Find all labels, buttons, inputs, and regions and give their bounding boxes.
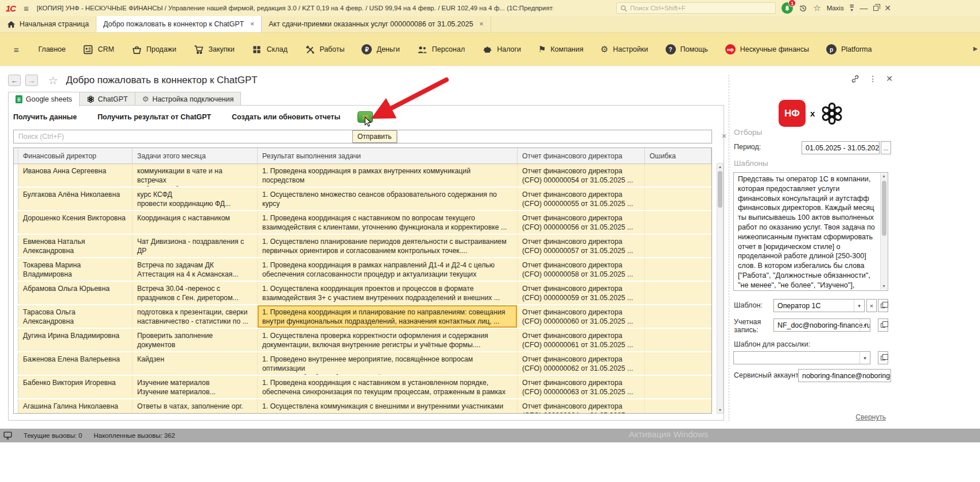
cell-error[interactable] bbox=[645, 235, 711, 257]
close-tab-icon[interactable]: × bbox=[480, 20, 484, 28]
cell-tasks[interactable]: курс КСФД провести координацию ФД... bbox=[133, 188, 258, 210]
restore-button[interactable] bbox=[873, 6, 878, 11]
cell-error[interactable] bbox=[645, 282, 711, 304]
cell-error[interactable] bbox=[645, 188, 711, 210]
ribbon-item-purchases[interactable]: Закупки bbox=[193, 44, 235, 55]
ribbon-item-noboring-finance[interactable]: нф Нескучные финансы bbox=[725, 44, 809, 55]
ribbon-item-crm[interactable]: CRM bbox=[83, 44, 114, 55]
cell-result[interactable]: 1. Проведена координация в рамках внутре… bbox=[258, 164, 518, 186]
tab-act-document[interactable]: Акт сдачи-приемки оказанных услуг 000000… bbox=[262, 16, 491, 32]
table-row[interactable]: Токарева Марина Владимировна Встреча по … bbox=[14, 258, 711, 282]
cell-error[interactable] bbox=[645, 164, 711, 186]
cell-director[interactable]: Бабенко Виктория Игоревна bbox=[18, 376, 133, 398]
cell-result[interactable]: 1. Осуществлена коммуникация с внешними … bbox=[258, 399, 518, 413]
table-row[interactable]: Дорошенко Ксения Викторовна Координация … bbox=[14, 211, 711, 235]
cell-tasks[interactable]: Координация с наставником bbox=[133, 211, 258, 234]
cell-report[interactable]: Отчет финансового директора (CFO) 000000… bbox=[518, 399, 645, 413]
table-row[interactable]: Бабенко Виктория Игоревна Изучение матер… bbox=[14, 376, 711, 399]
clear-search-icon[interactable]: ✕ bbox=[720, 131, 729, 141]
ribbon-item-taxes[interactable]: Налоги bbox=[482, 44, 521, 55]
cell-result[interactable]: 1. Проведена координация с наставником в… bbox=[258, 376, 518, 398]
create-update-reports-button[interactable]: Создать или обновить отчеты bbox=[232, 113, 340, 121]
ribbon-item-money[interactable]: ₽ Деньги bbox=[361, 44, 399, 55]
send-button[interactable]: ✉ bbox=[357, 111, 373, 123]
cell-report[interactable]: Отчет финансового директора (CFO) 000000… bbox=[518, 188, 645, 210]
cell-director[interactable]: Агашина Галина Николаевна bbox=[18, 399, 133, 413]
table-row[interactable]: Агашина Галина Николаевна Ответы в чатах… bbox=[14, 399, 711, 413]
scrollbar-thumb[interactable] bbox=[882, 181, 886, 236]
cell-result[interactable]: 1. Осуществлено множество сеансов образо… bbox=[258, 188, 518, 210]
tab-home[interactable]: Начальная страница bbox=[0, 16, 96, 32]
ribbon-scroll-right-icon[interactable]: ▶ bbox=[973, 45, 978, 52]
column-header-report[interactable]: Отчет финансового директора bbox=[518, 148, 645, 164]
cell-result[interactable]: 1. Осуществлено планирование периодов де… bbox=[258, 235, 518, 257]
cell-error[interactable] bbox=[645, 329, 711, 351]
cell-error[interactable] bbox=[645, 352, 711, 375]
cell-tasks[interactable]: Проверить заполнение документов за апрел… bbox=[133, 329, 258, 351]
ribbon-item-warehouse[interactable]: Склад bbox=[252, 44, 287, 55]
get-chatgpt-result-button[interactable]: Получить результат от ChatGPT bbox=[98, 113, 211, 121]
cell-tasks[interactable]: Встреча 30.04 -перенос с праздников с Ге… bbox=[133, 282, 258, 304]
cell-report[interactable]: Отчет финансового директора (CFO) 000000… bbox=[518, 305, 645, 328]
cell-report[interactable]: Отчет финансового директора (CFO) 000000… bbox=[518, 282, 645, 304]
main-menu-burger-icon[interactable]: ≡ bbox=[21, 3, 31, 13]
table-row[interactable]: Тарасова Ольга Александровна подготовка … bbox=[14, 305, 711, 329]
column-header-result[interactable]: Результат выполнения задачи bbox=[258, 148, 518, 164]
cell-report[interactable]: Отчет финансового директора (CFO) 000000… bbox=[518, 352, 645, 375]
cell-error[interactable] bbox=[645, 376, 711, 398]
template-select[interactable]: Оператор 1С ▾ bbox=[773, 299, 865, 312]
ribbon-item-company[interactable]: ⚑ Компания bbox=[538, 44, 584, 55]
cell-tasks[interactable]: Ответы в чатах, заполнение орг. bbox=[133, 399, 258, 413]
tab-google-sheets[interactable]: Google sheets bbox=[8, 92, 80, 107]
mailing-template-select[interactable]: ▾ bbox=[733, 351, 870, 364]
collapse-link[interactable]: Свернуть bbox=[855, 413, 886, 421]
cell-tasks[interactable]: Изучение материалов Изучение материалов.… bbox=[133, 376, 258, 398]
notifications-bell-icon[interactable]: 1 bbox=[781, 2, 793, 14]
service-account-field[interactable]: noboring-finance@noboring-fi bbox=[798, 369, 891, 382]
table-row[interactable]: Булгакова Алёна Николаевна курс КСФД про… bbox=[14, 188, 711, 211]
ribbon-item-platforma[interactable]: p Platforma bbox=[826, 44, 872, 55]
cell-result[interactable]: 1. Проведена координация в рамках направ… bbox=[258, 258, 518, 281]
history-icon[interactable] bbox=[799, 4, 807, 13]
column-header-director[interactable]: Финансовый директор bbox=[18, 148, 133, 164]
global-search-box[interactable] bbox=[616, 2, 776, 14]
column-header-error[interactable]: Ошибка bbox=[645, 148, 711, 164]
scrollbar-thumb[interactable] bbox=[718, 171, 722, 208]
scroll-up-icon[interactable]: ▲ bbox=[717, 164, 723, 170]
cell-error[interactable] bbox=[645, 305, 711, 328]
cell-report[interactable]: Отчет финансового директора (CFO) 000000… bbox=[518, 211, 645, 234]
ribbon-item-main[interactable]: Главное bbox=[38, 45, 66, 53]
forward-button[interactable]: → bbox=[25, 75, 38, 86]
mailing-open-button[interactable] bbox=[878, 351, 888, 364]
favorite-page-star-icon[interactable]: ☆ bbox=[48, 74, 58, 87]
cell-error[interactable] bbox=[645, 211, 711, 234]
table-row[interactable]: Баженова Елена Валерьевна Кайдзен 1. Про… bbox=[14, 352, 711, 376]
ribbon-item-works[interactable]: Работы bbox=[305, 44, 344, 55]
cell-tasks[interactable]: подготовка к презентации, сверки наставн… bbox=[133, 305, 258, 328]
cell-result[interactable]: 1. Проведено внутреннее мероприятие, пос… bbox=[258, 352, 518, 375]
ribbon-item-staff[interactable]: Персонал bbox=[417, 44, 465, 55]
user-menu-button[interactable]: ≡ ▾ bbox=[850, 4, 854, 12]
cell-director[interactable]: Евменова Наталья Александровна bbox=[18, 235, 133, 257]
ribbon-item-help[interactable]: ? Помощь bbox=[666, 44, 708, 55]
period-picker-button[interactable]: ... bbox=[881, 141, 891, 154]
textarea-scrollbar[interactable]: ▲ ▼ bbox=[880, 173, 887, 290]
minimize-button[interactable]: — bbox=[860, 3, 868, 13]
chevron-down-icon[interactable]: ▾ bbox=[854, 300, 864, 312]
table-row[interactable]: Дугина Ирина Владимировна Проверить запо… bbox=[14, 329, 711, 352]
cell-tasks[interactable]: Встреча по задачам ДК Аттестация на 4 к … bbox=[133, 258, 258, 281]
sections-menu-burger-icon[interactable]: ≡ bbox=[11, 45, 21, 55]
current-user-name[interactable]: Maxis bbox=[827, 5, 844, 11]
close-tab-icon[interactable]: × bbox=[250, 20, 254, 28]
cell-director[interactable]: Иванова Анна Сергеевна bbox=[18, 164, 133, 186]
global-search-input[interactable] bbox=[630, 5, 772, 11]
cell-director[interactable]: Баженова Елена Валерьевна bbox=[18, 352, 133, 375]
get-data-button[interactable]: Получить данные bbox=[13, 113, 77, 121]
back-button[interactable]: ← bbox=[8, 75, 21, 86]
ribbon-item-settings[interactable]: ⚙ Настройки bbox=[601, 44, 648, 55]
cell-director[interactable]: Тарасова Ольга Александровна bbox=[18, 305, 133, 328]
template-clear-button[interactable]: × bbox=[866, 299, 877, 312]
cell-director[interactable]: Абрамова Ольга Юрьевна bbox=[18, 282, 133, 304]
cell-director[interactable]: Дугина Ирина Владимировна bbox=[18, 329, 133, 351]
table-row[interactable]: Иванова Анна Сергеевна коммуникации в ча… bbox=[14, 164, 711, 188]
